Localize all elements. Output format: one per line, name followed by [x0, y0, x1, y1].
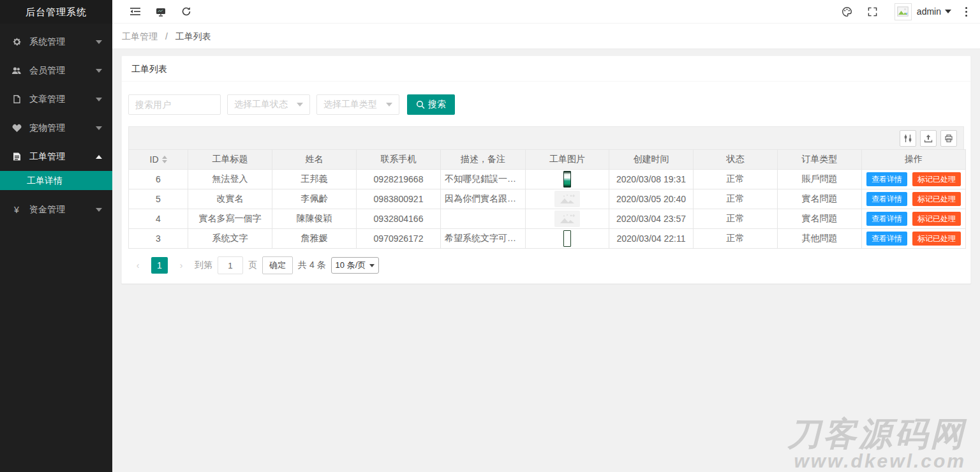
- cell-name: 詹雅媛: [272, 229, 357, 249]
- breadcrumb: 工单管理 / 工单列表: [112, 24, 980, 49]
- total-count-label: 共 4 条: [298, 260, 326, 271]
- menu-fold-icon[interactable]: [122, 0, 148, 23]
- print-icon[interactable]: [940, 130, 957, 147]
- prev-page-button[interactable]: ‹: [130, 257, 146, 274]
- mark-processed-button[interactable]: 标记已处理: [912, 232, 961, 246]
- sidebar-item-label: 资金管理: [29, 204, 96, 216]
- breadcrumb-parent[interactable]: 工单管理: [122, 31, 158, 41]
- sidebar-item-label: 宠物管理: [29, 122, 96, 134]
- mark-processed-button[interactable]: 标记已处理: [912, 172, 961, 186]
- broken-image-placeholder[interactable]: [554, 210, 580, 227]
- cell-created: 2020/03/04 23:57: [609, 209, 694, 229]
- to-page-label: 到第: [195, 260, 212, 271]
- sidebar-item-workorders[interactable]: 工单管理: [0, 142, 112, 171]
- cell-type: 實名問題: [778, 189, 862, 209]
- avatar[interactable]: [895, 3, 912, 20]
- sidebar-item-members[interactable]: 会员管理: [0, 56, 112, 85]
- cell-phone: 0928219668: [357, 170, 441, 189]
- mark-processed-button[interactable]: 标记已处理: [912, 212, 961, 226]
- sort-icon[interactable]: [162, 156, 167, 163]
- search-button[interactable]: 搜索: [407, 94, 455, 115]
- cell-desc: 希望系统文字可以...: [441, 229, 526, 249]
- status-badge: 正常: [694, 189, 778, 209]
- page-unit-label: 页: [248, 260, 257, 271]
- current-page[interactable]: 1: [151, 257, 168, 274]
- sidebar-item-articles[interactable]: 文章管理: [0, 85, 112, 114]
- confirm-page-button[interactable]: 确定: [262, 256, 293, 274]
- pagination: ‹ 1 › 到第 页 确定 共 4 条 10 条/页: [128, 256, 964, 274]
- watermark-line1: 刀客源码网: [787, 417, 966, 450]
- refresh-icon[interactable]: [174, 0, 199, 23]
- cell-id: 3: [129, 229, 188, 249]
- workorder-icon: [11, 152, 22, 162]
- breadcrumb-separator: /: [165, 31, 168, 41]
- search-icon: [416, 100, 425, 109]
- cell-title: 系统文字: [188, 229, 272, 249]
- per-page-select[interactable]: 10 条/页: [331, 257, 380, 274]
- search-user-input[interactable]: [128, 94, 221, 115]
- cell-type: 其他問題: [778, 229, 862, 249]
- broken-image-placeholder[interactable]: [554, 191, 580, 207]
- status-badge: 正常: [694, 209, 778, 229]
- gear-icon: [11, 37, 22, 47]
- view-detail-button[interactable]: 查看详情: [866, 212, 907, 226]
- content-area: 工单列表 选择工单状态 选择工单类型 搜索: [112, 49, 980, 472]
- breadcrumb-current: 工单列表: [175, 31, 211, 41]
- username: admin: [917, 6, 941, 17]
- header-title: 工单标题: [188, 150, 272, 170]
- sidebar-item-funds[interactable]: ¥ 资金管理: [0, 195, 112, 224]
- cell-type: 實名問題: [778, 209, 862, 229]
- view-detail-button[interactable]: 查看详情: [866, 192, 907, 206]
- view-detail-button[interactable]: 查看详情: [866, 172, 907, 186]
- chevron-down-icon: [297, 103, 303, 107]
- status-select[interactable]: 选择工单状态: [227, 94, 310, 115]
- cell-name: 陳陳俊穎: [272, 209, 357, 229]
- header-type: 订单类型: [778, 150, 862, 170]
- cell-phone: 0983800921: [357, 189, 441, 209]
- filter-columns-icon[interactable]: [900, 130, 916, 147]
- heart-icon: [11, 123, 22, 133]
- status-badge: 正常: [694, 170, 778, 189]
- cell-phone: 0932804166: [357, 209, 441, 229]
- next-page-button[interactable]: ›: [173, 257, 189, 274]
- chevron-down-icon: [369, 264, 375, 267]
- cell-title: 實名多寫一個字: [188, 209, 272, 229]
- palette-icon[interactable]: [835, 0, 860, 23]
- fullscreen-icon[interactable]: [860, 0, 886, 23]
- table-toolbar: [128, 126, 964, 149]
- export-icon[interactable]: [920, 130, 937, 147]
- sidebar-subitem-workorder-detail[interactable]: 工单详情: [0, 171, 112, 190]
- cell-created: 2020/03/08 19:31: [609, 170, 694, 189]
- order-image-thumbnail[interactable]: [563, 230, 571, 247]
- page-number-input[interactable]: [218, 256, 243, 274]
- cell-id: 6: [129, 170, 188, 189]
- cell-id: 5: [129, 189, 188, 209]
- cell-desc: 因為你們實名跟銀...: [441, 189, 526, 209]
- view-detail-button[interactable]: 查看详情: [866, 232, 907, 246]
- search-button-label: 搜索: [428, 99, 446, 110]
- app-title: 后台管理系统: [0, 0, 112, 24]
- sidebar-item-pets[interactable]: 宠物管理: [0, 114, 112, 142]
- card-title: 工单列表: [122, 56, 970, 82]
- order-image-thumbnail[interactable]: [563, 171, 571, 188]
- screen-icon[interactable]: [148, 0, 174, 23]
- sidebar-item-system[interactable]: 系统管理: [0, 27, 112, 56]
- cell-desc: 不知哪兒錯誤一直...: [441, 170, 526, 189]
- type-select[interactable]: 选择工单类型: [316, 94, 399, 115]
- cell-type: 賬戶問題: [778, 170, 862, 189]
- mark-processed-button[interactable]: 标记已处理: [912, 192, 961, 206]
- sidebar-item-label: 文章管理: [29, 94, 96, 105]
- users-icon: [11, 66, 22, 76]
- workorder-table: ID 工单标题 姓名 联系手机 描述，备注 工单图片 创建时间 状态 订单类型 …: [128, 149, 966, 249]
- status-select-placeholder: 选择工单状态: [234, 99, 288, 110]
- sidebar-item-label: 会员管理: [29, 65, 96, 77]
- top-header: admin: [112, 0, 980, 24]
- user-menu[interactable]: admin: [917, 6, 951, 17]
- more-vertical-icon[interactable]: [961, 4, 971, 19]
- header-desc: 描述，备注: [441, 150, 526, 170]
- header-id[interactable]: ID: [129, 150, 188, 170]
- cell-title: 改實名: [188, 189, 272, 209]
- chevron-down-icon: [96, 98, 102, 101]
- sidebar: 后台管理系统 系统管理 会员管理 文章管理: [0, 0, 112, 472]
- header-phone: 联系手机: [357, 150, 441, 170]
